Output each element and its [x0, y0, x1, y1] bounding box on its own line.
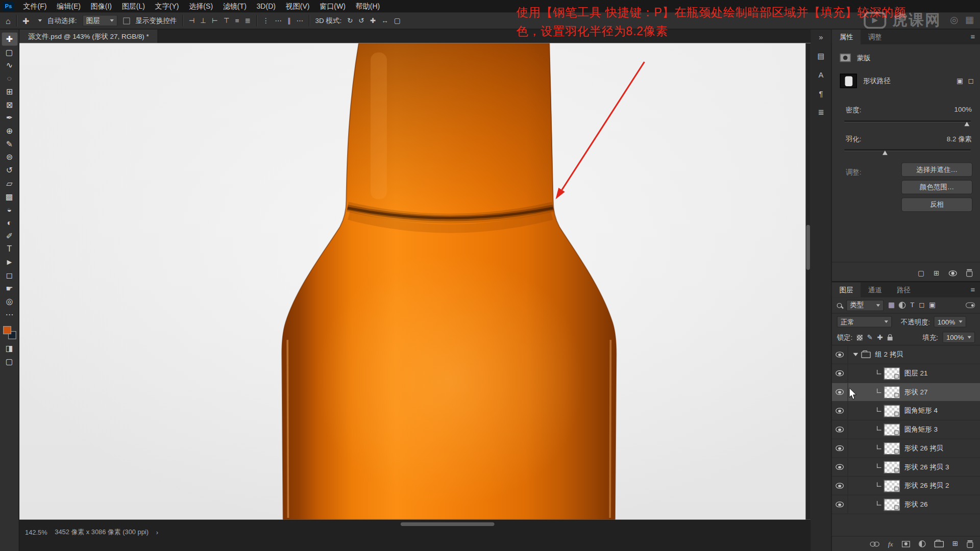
layer-thumbnail[interactable]	[884, 461, 900, 473]
layer-row-group[interactable]: 组 2 拷贝	[832, 345, 980, 364]
align-top-icon[interactable]: ⊤	[224, 17, 230, 24]
tab-layers[interactable]: 图层	[832, 282, 861, 297]
menu-3d[interactable]: 3D(D)	[252, 0, 281, 12]
menu-window[interactable]: 窗口(W)	[314, 0, 350, 12]
screen-mode-icon[interactable]: ▢	[2, 355, 17, 368]
lasso-tool[interactable]: ∿	[2, 59, 17, 72]
menu-help[interactable]: 帮助(H)	[351, 0, 385, 12]
filter-adjustment-layers-icon[interactable]	[899, 302, 905, 308]
shape-tool[interactable]: ◻	[2, 269, 17, 282]
tab-channels[interactable]: 通道	[861, 282, 889, 297]
distribute-horizontal-icon[interactable]: ⋯	[275, 17, 282, 24]
document-tab[interactable]: 源文件.psd @ 143% (形状 27, RGB/8) *	[19, 30, 158, 43]
character-panel-icon[interactable]: A	[818, 70, 823, 79]
more-options-icon[interactable]: ⋯	[297, 17, 303, 24]
vertical-scrollbar-handle[interactable]	[806, 225, 810, 270]
density-slider-knob[interactable]	[964, 122, 969, 127]
pen-tool[interactable]: ✐	[2, 229, 17, 242]
layer-thumbnail[interactable]	[884, 386, 900, 398]
filter-type-layers-icon[interactable]: T	[910, 302, 914, 308]
visibility-toggle[interactable]	[832, 439, 848, 458]
spot-healing-tool[interactable]: ⊕	[2, 124, 17, 138]
blur-tool[interactable]: ◒	[2, 203, 17, 216]
foreground-color-swatch[interactable]	[3, 326, 11, 334]
history-brush-tool[interactable]: ↺	[2, 164, 17, 177]
move-tool[interactable]: ✚	[2, 33, 17, 46]
marquee-tool[interactable]: ▢	[2, 45, 17, 59]
brush-settings-icon[interactable]: ▤	[817, 52, 824, 61]
lock-pixels-icon[interactable]: ✎	[867, 334, 872, 340]
move-tool-icon[interactable]: ✚	[22, 16, 29, 24]
panel-menu-icon[interactable]: ≡	[966, 30, 980, 44]
auto-select-dropdown[interactable]: 图层	[82, 15, 117, 26]
3d-scale-icon[interactable]: ▢	[394, 17, 401, 24]
quick-selection-tool[interactable]: ◌	[2, 72, 17, 85]
load-selection-from-mask-icon[interactable]: ▢	[918, 269, 924, 276]
filter-pixel-layers-icon[interactable]: ▦	[888, 302, 895, 308]
clone-stamp-tool[interactable]: ⊚	[2, 151, 17, 164]
invert-button[interactable]: 反相	[902, 198, 972, 211]
link-layers-icon[interactable]	[870, 541, 879, 546]
opacity-field[interactable]: 100%	[934, 316, 966, 328]
layer-row[interactable]: 圆角矩形 3	[832, 420, 980, 439]
color-range-button[interactable]: 颜色范围…	[902, 181, 972, 194]
lock-position-icon[interactable]: ✚	[877, 334, 883, 340]
3d-slide-icon[interactable]: ↔	[381, 17, 388, 24]
menu-select[interactable]: 选择(S)	[184, 0, 218, 12]
visibility-toggle[interactable]	[832, 402, 848, 420]
layer-row[interactable]: 圆角矩形 4	[832, 402, 980, 420]
crop-tool[interactable]: ⊞	[2, 85, 17, 98]
align-left-icon[interactable]: ⊣	[189, 17, 195, 24]
filter-toggle[interactable]	[966, 303, 975, 308]
layer-thumbnail[interactable]	[884, 498, 900, 511]
layer-row[interactable]: 形状 26 拷贝	[832, 439, 980, 458]
gradient-tool[interactable]: ▩	[2, 190, 17, 203]
status-chevron-icon[interactable]: ›	[156, 529, 158, 536]
quick-mask-icon[interactable]: ◨	[2, 342, 17, 355]
align-middle-icon[interactable]: ≡	[235, 17, 239, 24]
menu-image[interactable]: 图像(I)	[86, 0, 117, 12]
delete-layer-icon[interactable]	[967, 540, 973, 548]
frame-tool[interactable]: ⊠	[2, 98, 17, 111]
feather-slider-knob[interactable]	[883, 151, 888, 155]
layer-thumbnail[interactable]	[884, 405, 900, 417]
layer-row[interactable]: 形状 26 拷贝 2	[832, 477, 980, 495]
blend-mode-dropdown[interactable]: 正常	[837, 316, 892, 328]
horizontal-scrollbar-handle[interactable]	[401, 522, 495, 526]
distribute-vertical-icon[interactable]: ⋮	[262, 17, 269, 24]
align-right-icon[interactable]: ⊢	[212, 17, 218, 24]
canvas[interactable]	[19, 43, 811, 519]
glyphs-panel-icon[interactable]: ≣	[818, 108, 824, 117]
apply-mask-icon[interactable]: ⊞	[934, 269, 939, 276]
filter-smart-objects-icon[interactable]: ▣	[929, 302, 936, 308]
disable-mask-icon[interactable]	[949, 270, 957, 276]
layer-thumbnail[interactable]	[884, 367, 900, 379]
new-layer-icon[interactable]: ⊞	[952, 540, 958, 547]
visibility-toggle[interactable]	[832, 345, 848, 364]
brush-tool[interactable]: ✎	[2, 137, 17, 151]
distribute-spacing-icon[interactable]: ∥	[287, 17, 291, 24]
feather-value[interactable]: 8.2 像素	[947, 134, 972, 143]
home-icon[interactable]: ⌂	[6, 16, 11, 24]
panel-menu-icon[interactable]: ≡	[966, 282, 980, 297]
group-expand-caret[interactable]	[853, 353, 858, 356]
layer-thumbnail[interactable]	[884, 423, 900, 436]
add-layer-mask-icon[interactable]	[902, 541, 910, 547]
paragraph-panel-icon[interactable]: ¶	[819, 89, 823, 98]
visibility-toggle[interactable]	[832, 477, 848, 495]
menu-type[interactable]: 文字(Y)	[150, 0, 184, 12]
layer-row[interactable]: 图层 21	[832, 364, 980, 383]
lock-transparency-icon[interactable]	[857, 335, 863, 340]
add-vector-mask-icon[interactable]: ◻	[968, 77, 974, 84]
visibility-toggle[interactable]	[832, 495, 848, 514]
3d-orbit-icon[interactable]: ↻	[347, 17, 353, 24]
select-and-mask-button[interactable]: 选择并遮住…	[902, 163, 972, 177]
shape-path-thumbnail[interactable]	[840, 73, 857, 88]
feather-slider[interactable]	[844, 149, 970, 151]
new-group-icon[interactable]	[934, 541, 943, 547]
layer-thumbnail[interactable]	[884, 442, 900, 454]
3d-pan-icon[interactable]: ✚	[370, 17, 376, 24]
type-tool[interactable]: T	[2, 242, 17, 256]
new-adjustment-layer-icon[interactable]	[919, 540, 925, 547]
lock-all-icon[interactable]	[887, 337, 892, 340]
